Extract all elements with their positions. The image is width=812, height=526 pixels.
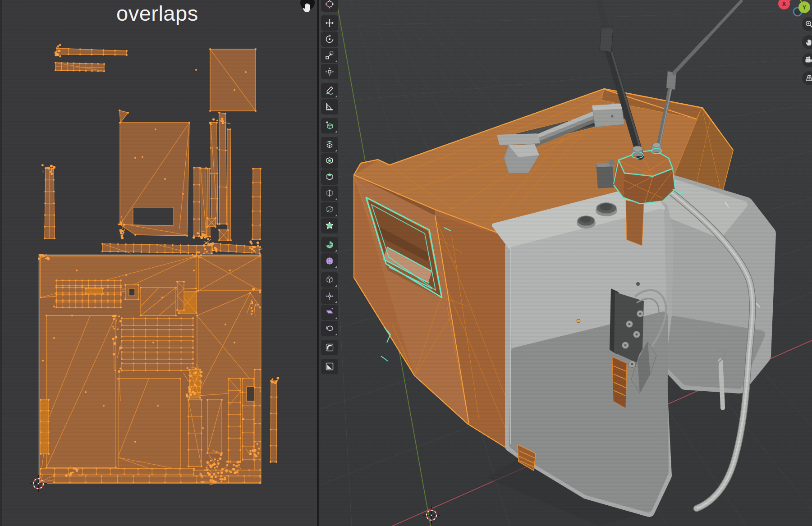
uv-vertex <box>225 469 228 472</box>
uv-island <box>271 381 277 462</box>
uv-vertex <box>138 298 139 300</box>
tool-poly-build-button[interactable] <box>321 218 338 233</box>
uv-island <box>219 113 227 224</box>
uv-vertex <box>53 191 55 192</box>
tool-shrink-fatten-button[interactable] <box>321 288 338 304</box>
uv-vertex <box>120 306 122 308</box>
nav-pan-button[interactable] <box>802 35 812 49</box>
uv-vertex <box>76 270 78 271</box>
navigation-gizmo: X Y <box>749 0 812 32</box>
tool-loop-cut-button[interactable] <box>321 186 338 201</box>
uv-vertex <box>88 299 90 301</box>
uv-vertex <box>209 168 211 169</box>
viewport-3d-canvas[interactable] <box>319 0 812 526</box>
uv-vertex <box>219 149 220 151</box>
uv-vertex <box>242 445 243 447</box>
uv-vertex <box>133 325 135 326</box>
tool-edge-slide-button[interactable] <box>321 272 338 288</box>
uv-vertex <box>192 325 194 326</box>
uv-vertex <box>194 384 196 385</box>
uv-vertex <box>215 226 216 228</box>
uv-vertex <box>220 478 221 480</box>
uv-vertex <box>62 301 64 303</box>
tool-cursor-button[interactable] <box>321 0 338 12</box>
clasp-bolt-center <box>631 363 633 366</box>
submenu-indicator <box>335 317 337 319</box>
uv-vertex <box>188 397 190 399</box>
panel-divider[interactable] <box>317 0 319 526</box>
uv-vertex <box>210 243 212 245</box>
uv-vertex <box>48 431 50 433</box>
uv-vertex <box>110 251 111 252</box>
uv-vertex <box>125 251 127 253</box>
uv-vertex <box>113 318 115 320</box>
tool-add-cube-button[interactable] <box>321 118 338 133</box>
uv-vertex <box>233 468 235 470</box>
viewport-3d-panel[interactable] <box>319 0 812 526</box>
uv-vertex <box>164 178 166 180</box>
tool-spin-button[interactable] <box>321 237 338 252</box>
tool-shear-button[interactable] <box>321 305 338 320</box>
uv-vertex <box>81 279 83 281</box>
uv-vertex <box>270 429 272 430</box>
uv-vertex <box>196 378 197 380</box>
tool-extrude-region-button[interactable] <box>321 137 338 152</box>
uv-vertex <box>82 473 83 475</box>
tool-annotate-button[interactable] <box>321 83 338 98</box>
uv-vertex <box>193 469 195 471</box>
uv-vertex <box>180 325 182 326</box>
uv-vertex <box>196 312 197 314</box>
uv-vertex <box>180 244 182 246</box>
uv-vertex <box>94 299 96 301</box>
uv-vertex <box>76 470 78 472</box>
uv-vertex <box>165 468 167 470</box>
tool-transform-button[interactable] <box>321 64 338 79</box>
tool-knife-button[interactable] <box>321 202 338 217</box>
uv-vertex <box>260 168 261 169</box>
uv-vertex <box>120 232 123 235</box>
uv-vertex <box>79 63 81 64</box>
uv-vertex <box>157 405 159 407</box>
uv-vertex <box>229 128 231 130</box>
nav-camera-view-button[interactable] <box>802 53 812 67</box>
tool-rotate-button[interactable] <box>321 32 338 47</box>
tool-rip-region-button[interactable] <box>321 321 338 336</box>
uv-vertex <box>270 412 272 414</box>
tool-inset-faces-button[interactable] <box>321 153 338 169</box>
uv-vertex <box>148 244 150 246</box>
uv-vertex <box>203 245 205 247</box>
gizmo-y-axis-ball[interactable]: Y <box>798 1 810 13</box>
uv-vertex <box>75 287 77 288</box>
uv-vertex <box>133 317 135 319</box>
tool-bevel-button[interactable] <box>321 169 338 185</box>
uv-vertex <box>220 243 222 245</box>
uv-editor-panel[interactable]: overlaps <box>0 0 317 526</box>
tool-smooth-button[interactable] <box>321 253 338 269</box>
uv-vertex <box>239 390 241 392</box>
uv-canvas[interactable] <box>0 0 317 526</box>
uv-vertex <box>156 370 158 371</box>
tool-fill-triangle-tool-button[interactable] <box>321 359 338 374</box>
uv-vertex <box>91 70 93 72</box>
uv-vertex <box>114 292 115 294</box>
antenna-thick-upper <box>599 0 606 28</box>
uv-vertex <box>214 467 216 469</box>
nav-toggle-perspective-button[interactable] <box>802 71 812 85</box>
uv-vertex <box>259 423 261 425</box>
tool-scale-button[interactable] <box>321 48 338 63</box>
gizmo-x-axis-ball[interactable]: X <box>778 0 790 9</box>
uv-vertex <box>196 252 198 254</box>
uv-vertex <box>243 252 245 253</box>
tool-move-button[interactable] <box>321 15 338 31</box>
tool-corner-arc-tool-button[interactable] <box>321 340 338 355</box>
uv-vertex <box>38 258 40 260</box>
uv-vertex <box>192 362 194 364</box>
uv-vertex <box>45 258 47 260</box>
tool-measure-button[interactable] <box>321 99 338 114</box>
uv-vertex <box>183 281 185 283</box>
uv-vertex <box>145 336 147 338</box>
uv-vertex <box>123 232 124 233</box>
uv-vertex <box>117 328 119 330</box>
uv-vertex <box>169 351 170 353</box>
uv-vertex <box>140 287 142 288</box>
